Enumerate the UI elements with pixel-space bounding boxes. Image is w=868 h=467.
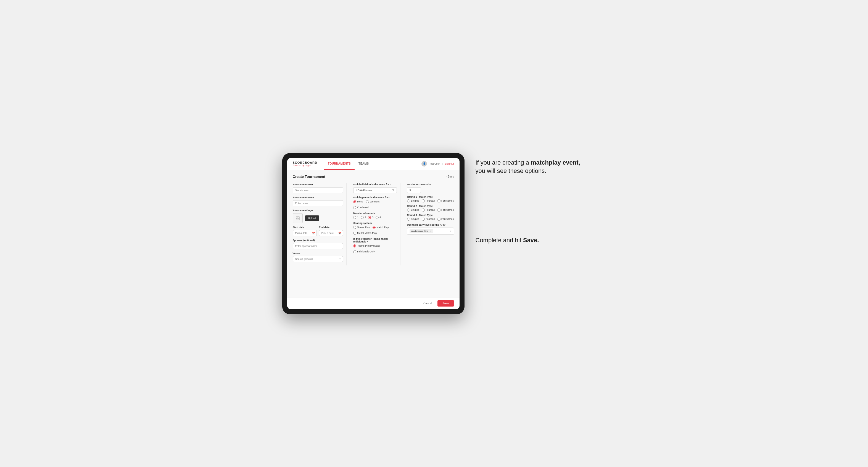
form-col-2: Which division is the event for? NCAA Di… [346, 183, 400, 266]
scoring-stroke[interactable]: Stroke Play [353, 226, 370, 229]
round2-singles[interactable]: Singles [407, 209, 419, 212]
teams-label: Is this event for Teams and/or Individua… [353, 238, 397, 243]
teams-radio-group: Teams (+Individuals) Individuals Only [353, 244, 397, 253]
annotation-bottom: Complete and hit Save. [475, 236, 586, 245]
sign-out-link[interactable]: Sign out [445, 162, 454, 165]
image-icon [296, 216, 300, 220]
round1-label: Round 1 - Match Type [407, 195, 454, 198]
logo-sub: Powered by clippit [293, 164, 317, 166]
api-section: Use third-party live scoring API? Leader… [407, 223, 454, 235]
round3-singles[interactable]: Singles [407, 218, 419, 221]
tournament-logo-label: Tournament logo [293, 209, 343, 212]
nav-right: 👤 Test User | Sign out [422, 161, 454, 166]
nav-logo: SCOREBOARD Powered by clippit [293, 161, 317, 166]
scoring-medal[interactable]: Medal Match Play [353, 232, 377, 235]
round3-fourball[interactable]: Fourball [422, 218, 435, 221]
tablet-screen: SCOREBOARD Powered by clippit TOURNAMENT… [287, 158, 460, 309]
annotation-bold-matchplay: matchplay event, [531, 159, 580, 166]
gender-radio-group: Mens Womens Combined [353, 200, 397, 209]
gender-combined[interactable]: Combined [353, 206, 368, 209]
round1-foursomes[interactable]: Foursomes [437, 199, 454, 203]
gender-label: Which gender is the event for? [353, 196, 397, 199]
annotation-top: If you are creating a matchplay event, y… [475, 158, 586, 176]
annotations: If you are creating a matchplay event, y… [475, 153, 586, 245]
nav-separator: | [442, 162, 442, 165]
api-label: Use third-party live scoring API? [407, 223, 454, 226]
rounds-label: Number of rounds [353, 212, 397, 215]
gender-womens[interactable]: Womens [366, 200, 379, 203]
user-name: Test User [429, 162, 440, 165]
svg-point-1 [297, 217, 298, 218]
venue-label: Venue [293, 252, 343, 255]
back-button[interactable]: ‹ Back [446, 175, 454, 178]
round2-match-type: Round 2 - Match Type Singles Fourball [407, 205, 454, 212]
round1-match-type: Round 1 - Match Type Singles Fourball [407, 195, 454, 203]
save-button[interactable]: Save [437, 300, 454, 307]
round2-options: Singles Fourball Foursomes [407, 209, 454, 212]
user-icon: 👤 [422, 161, 427, 166]
round3-match-type: Round 3 - Match Type Singles Fourball [407, 214, 454, 221]
teams-option[interactable]: Teams (+Individuals) [353, 244, 380, 247]
end-date-label: End date [319, 226, 343, 229]
gender-mens[interactable]: Mens [353, 200, 363, 203]
sponsor-input[interactable] [293, 243, 343, 249]
upload-button[interactable]: Upload [305, 215, 319, 221]
nav-bar: SCOREBOARD Powered by clippit TOURNAMENT… [287, 158, 460, 170]
form-grid: Tournament Host Tournament name Tourname… [293, 183, 454, 266]
round1-options: Singles Fourball Foursomes [407, 199, 454, 203]
venue-dropdown-icon: ▾ [339, 258, 341, 260]
round-4[interactable]: 4 [376, 216, 381, 219]
cancel-button[interactable]: Cancel [420, 300, 435, 307]
round2-fourball[interactable]: Fourball [422, 209, 435, 212]
form-col-1: Tournament Host Tournament name Tourname… [293, 183, 347, 266]
nav-tabs: TOURNAMENTS TEAMS [324, 158, 422, 170]
start-date-label: Start date [293, 226, 317, 229]
round1-singles[interactable]: Singles [407, 199, 419, 203]
nav-tab-tournaments[interactable]: TOURNAMENTS [324, 158, 354, 170]
api-select-box[interactable]: Leaderboard King ✕ ▾ [407, 227, 454, 235]
api-dropdown-icon: ▾ [450, 230, 452, 232]
division-label: Which division is the event for? [353, 183, 397, 186]
outer-wrapper: SCOREBOARD Powered by clippit TOURNAMENT… [282, 153, 586, 314]
tournament-name-input[interactable] [293, 200, 343, 206]
api-tag-remove[interactable]: ✕ [429, 230, 432, 232]
main-content: Create Tournament ‹ Back Tournament Host… [287, 170, 460, 297]
division-select[interactable]: NCAA Division I [353, 187, 397, 193]
sponsor-label: Sponsor (optional) [293, 239, 343, 242]
round-3[interactable]: 3 [368, 216, 373, 219]
form-footer: Cancel Save [287, 297, 460, 309]
nav-tab-teams[interactable]: TEAMS [354, 158, 373, 170]
calendar-icon: 📅 [312, 232, 315, 235]
rounds-radio-group: 1 2 3 [353, 216, 397, 219]
api-tag: Leaderboard King ✕ [409, 229, 433, 233]
end-date-wrapper: 📅 [319, 230, 343, 236]
scoring-radio-group: Stroke Play Match Play Medal Match Play [353, 226, 397, 235]
page-header: Create Tournament ‹ Back [293, 175, 454, 179]
round3-label: Round 3 - Match Type [407, 214, 454, 217]
tournament-host-label: Tournament Host [293, 183, 343, 186]
max-team-size-input[interactable] [407, 187, 421, 193]
max-team-size-label: Maximum Team Size [407, 183, 454, 186]
start-date-wrapper: 📅 [293, 230, 317, 236]
individuals-option[interactable]: Individuals Only [353, 250, 375, 253]
page-title: Create Tournament [293, 175, 325, 179]
logo-upload-area: Upload [293, 213, 343, 223]
round3-options: Singles Fourball Foursomes [407, 218, 454, 221]
round3-foursomes[interactable]: Foursomes [437, 218, 454, 221]
round-1[interactable]: 1 [353, 216, 359, 219]
scoring-label: Scoring system [353, 222, 397, 224]
calendar-icon-end: 📅 [338, 232, 341, 235]
venue-input[interactable] [293, 256, 343, 262]
form-col-3: Maximum Team Size Round 1 - Match Type S… [400, 183, 454, 266]
round-2[interactable]: 2 [361, 216, 366, 219]
tablet-frame: SCOREBOARD Powered by clippit TOURNAMENT… [282, 153, 465, 314]
round2-foursomes[interactable]: Foursomes [437, 209, 454, 212]
scoring-match[interactable]: Match Play [373, 226, 389, 229]
tournament-host-input[interactable] [293, 187, 343, 193]
annotation-bold-save: Save. [523, 237, 539, 244]
logo-title: SCOREBOARD [293, 161, 317, 164]
svg-rect-0 [296, 217, 299, 220]
round2-label: Round 2 - Match Type [407, 205, 454, 208]
round1-fourball[interactable]: Fourball [422, 199, 435, 203]
logo-placeholder [293, 213, 303, 223]
